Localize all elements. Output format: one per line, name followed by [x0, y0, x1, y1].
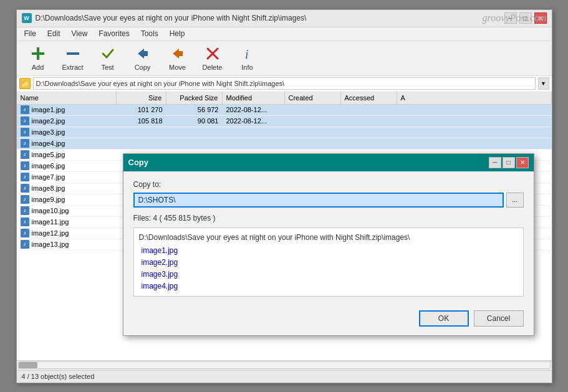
horizontal-scrollbar[interactable] — [17, 360, 552, 370]
file-name: image5.jpg — [32, 151, 65, 158]
menu-bar: File Edit View Favorites Tools Help — [17, 27, 552, 41]
file-name: image9.jpg — [32, 196, 65, 203]
status-text: 4 / 13 object(s) selected — [22, 373, 95, 380]
address-input[interactable] — [33, 77, 536, 90]
app-icon: W — [22, 13, 32, 23]
list-item: image4.jpg — [139, 280, 518, 292]
minimize-button[interactable]: ─ — [504, 12, 517, 24]
file-name: image1.jpg — [32, 106, 65, 113]
copy-to-row: ... — [133, 193, 524, 208]
menu-help[interactable]: Help — [165, 28, 190, 39]
move-label: Move — [169, 64, 186, 71]
file-modified — [223, 143, 285, 144]
move-icon — [169, 45, 186, 62]
table-row[interactable]: J image3.jpg — [17, 127, 552, 138]
file-modified — [223, 131, 285, 133]
scroll-track — [18, 361, 551, 369]
column-headers: Name Size Packed Size Modified Created A… — [17, 92, 552, 105]
menu-file[interactable]: File — [19, 28, 41, 39]
test-button[interactable]: Test — [92, 43, 124, 73]
copy-icon — [134, 45, 152, 62]
file-name: image3.jpg — [32, 128, 65, 136]
window-title: D:\Downloads\Save your eyes at night on … — [36, 14, 307, 22]
test-label: Test — [101, 64, 113, 71]
dialog-minimize-button[interactable]: ─ — [489, 157, 501, 168]
file-packed: 56 972 — [166, 105, 223, 114]
table-row[interactable]: J image2.jpg 105 818 90 081 2022-08-12..… — [17, 116, 552, 127]
folder-icon: 📁 — [19, 78, 31, 89]
files-info: Files: 4 ( 455 815 bytes ) — [133, 214, 524, 222]
list-item: image3.jpg — [139, 269, 518, 280]
file-created — [285, 120, 341, 122]
move-button[interactable]: Move — [161, 43, 194, 73]
svg-text:i: i — [245, 47, 249, 61]
table-row[interactable]: J image1.jpg 101 270 56 972 2022-08-12..… — [17, 105, 552, 116]
table-row[interactable]: J image4.jpg — [17, 138, 552, 150]
address-bar: 📁 ▼ — [17, 76, 552, 92]
file-modified: 2022-08-12... — [223, 117, 285, 125]
maximize-button[interactable]: □ — [519, 12, 532, 24]
copy-toolbar-button[interactable]: Copy — [127, 43, 159, 73]
dialog-footer: OK Cancel — [123, 305, 534, 335]
extract-icon — [64, 45, 82, 62]
file-name: image7.jpg — [32, 173, 65, 181]
file-icon: J — [21, 206, 29, 215]
menu-favorites[interactable]: Favorites — [94, 28, 134, 39]
col-header-name[interactable]: Name — [17, 92, 117, 104]
info-icon: i — [239, 45, 256, 62]
menu-tools[interactable]: Tools — [136, 28, 163, 39]
title-bar: W D:\Downloads\Save your eyes at night o… — [17, 10, 552, 27]
status-bar: 4 / 13 object(s) selected — [17, 370, 552, 383]
file-created — [285, 109, 341, 110]
add-button[interactable]: Add — [22, 43, 54, 73]
address-dropdown-button[interactable]: ▼ — [538, 77, 549, 90]
add-icon — [29, 45, 47, 62]
dialog-body: Copy to: ... Files: 4 ( 455 815 bytes ) … — [123, 171, 534, 306]
info-button[interactable]: i Info — [231, 43, 264, 73]
extract-button[interactable]: Extract — [57, 43, 89, 73]
copy-to-input[interactable] — [133, 193, 504, 208]
menu-edit[interactable]: Edit — [42, 28, 65, 39]
toolbar: Add Extract Test — [17, 41, 552, 76]
copy-dialog: Copy ─ □ ✕ Copy to: ... Files: 4 ( 455 8… — [123, 153, 534, 337]
delete-button[interactable]: Delete — [196, 43, 229, 73]
svg-marker-3 — [138, 49, 144, 59]
cancel-button[interactable]: Cancel — [474, 310, 524, 327]
file-icon: J — [21, 184, 29, 193]
svg-rect-6 — [179, 51, 183, 56]
delete-label: Delete — [203, 64, 223, 71]
col-header-accessed[interactable]: Accessed — [341, 92, 397, 104]
copy-label: Copy — [135, 64, 151, 71]
dialog-title-bar: Copy ─ □ ✕ — [123, 154, 534, 171]
file-name: image10.jpg — [32, 207, 69, 214]
file-icon: J — [21, 218, 29, 226]
add-label: Add — [32, 64, 44, 71]
file-created — [285, 131, 341, 133]
ok-button[interactable]: OK — [419, 310, 469, 327]
col-header-modified[interactable]: Modified — [223, 92, 285, 104]
delete-icon — [204, 45, 221, 62]
file-icon: J — [21, 161, 29, 170]
close-button[interactable]: ✕ — [534, 12, 547, 24]
col-header-attr[interactable]: A — [397, 92, 552, 104]
dialog-maximize-button[interactable]: □ — [503, 157, 515, 168]
file-name: image6.jpg — [32, 162, 65, 170]
file-name: image8.jpg — [32, 184, 65, 192]
file-path-area: D:\Downloads\Save your eyes at night on … — [133, 227, 524, 297]
file-accessed — [341, 143, 397, 144]
file-icon: J — [21, 117, 29, 125]
col-header-size[interactable]: Size — [117, 92, 166, 104]
scroll-thumb[interactable] — [19, 362, 37, 368]
copy-to-dropdown-button[interactable]: ... — [506, 193, 524, 208]
menu-view[interactable]: View — [67, 28, 93, 39]
dialog-close-button[interactable]: ✕ — [516, 157, 529, 168]
file-size — [117, 143, 166, 144]
file-icon: J — [21, 173, 29, 181]
file-size — [117, 131, 166, 133]
col-header-created[interactable]: Created — [285, 92, 341, 104]
file-icon: J — [21, 150, 29, 159]
main-window: groovyPost.com W D:\Downloads\Save your … — [16, 9, 552, 383]
file-packed — [166, 143, 223, 144]
col-header-packed[interactable]: Packed Size — [166, 92, 223, 104]
file-name: image12.jpg — [32, 229, 69, 237]
